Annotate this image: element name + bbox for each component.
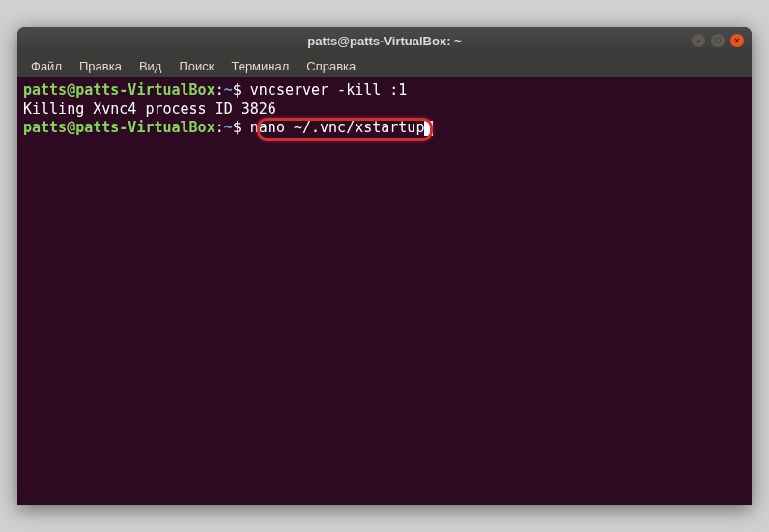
- cursor: [424, 121, 433, 136]
- prompt-colon: :: [215, 119, 224, 136]
- window-title: patts@patts-VirtualBox: ~: [307, 34, 461, 48]
- maximize-icon: □: [715, 37, 720, 45]
- prompt-colon: :: [215, 81, 224, 98]
- prompt-user: patts@patts-VirtualBox: [23, 81, 215, 98]
- terminal-content[interactable]: patts@patts-VirtualBox:~$ vncserver -kil…: [17, 77, 752, 505]
- prompt-path: ~: [224, 119, 233, 136]
- minimize-icon: −: [696, 37, 700, 45]
- close-icon: ×: [734, 37, 739, 45]
- terminal-line: Killing Xvnc4 process ID 3826: [23, 100, 746, 120]
- menubar: Файл Правка Вид Поиск Терминал Справка: [17, 54, 752, 77]
- prompt-user: patts@patts-VirtualBox: [23, 119, 215, 136]
- terminal-line: patts@patts-VirtualBox:~$ vncserver -kil…: [23, 81, 746, 100]
- prompt-dollar: $: [233, 81, 250, 98]
- menu-edit[interactable]: Правка: [71, 57, 129, 75]
- command-text: vncserver -kill :1: [250, 81, 408, 98]
- menu-file[interactable]: Файл: [23, 57, 70, 75]
- menu-view[interactable]: Вид: [131, 57, 170, 75]
- window-controls: − □ ×: [692, 34, 744, 47]
- maximize-button[interactable]: □: [711, 34, 725, 47]
- titlebar[interactable]: patts@patts-VirtualBox: ~ − □ ×: [17, 27, 752, 54]
- menu-search[interactable]: Поиск: [171, 57, 221, 75]
- prompt-dollar: $: [233, 119, 250, 136]
- terminal-window: patts@patts-VirtualBox: ~ − □ × Файл Пра…: [17, 27, 752, 505]
- menu-terminal[interactable]: Терминал: [223, 57, 297, 75]
- minimize-button[interactable]: −: [692, 34, 705, 47]
- close-button[interactable]: ×: [730, 34, 744, 47]
- prompt-path: ~: [224, 81, 233, 98]
- menu-help[interactable]: Справка: [299, 57, 363, 75]
- terminal-line: patts@patts-VirtualBox:~$ nano ~/.vnc/xs…: [23, 119, 746, 138]
- output-text: Killing Xvnc4 process ID 3826: [23, 100, 276, 118]
- command-text: nano ~/.vnc/xstartup: [250, 119, 425, 136]
